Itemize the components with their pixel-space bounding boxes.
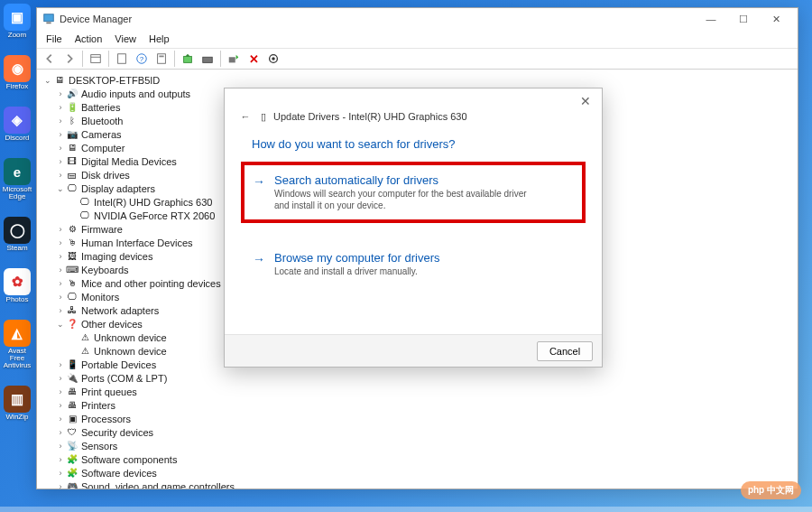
tree-label: DESKTOP-ETFB5ID <box>69 75 160 86</box>
category-icon: 🖵 <box>78 197 91 208</box>
expand-icon[interactable]: › <box>55 442 66 451</box>
taskbar-app[interactable]: ▣Zoom <box>0 4 34 39</box>
app-label: Microsoft Edge <box>0 186 34 200</box>
expand-icon[interactable]: › <box>55 360 66 369</box>
expand-icon[interactable]: › <box>55 130 66 139</box>
tree-label: Network adapters <box>81 305 159 316</box>
tree-root[interactable]: ⌄🖥DESKTOP-ETFB5ID <box>42 73 792 87</box>
tree-label: Digital Media Devices <box>81 156 177 167</box>
taskbar-app[interactable]: ▥WinZip <box>0 386 34 421</box>
expand-icon[interactable]: › <box>55 116 66 126</box>
scan-icon[interactable] <box>264 50 282 68</box>
expand-icon[interactable]: ⌄ <box>55 184 66 193</box>
tree-label: Monitors <box>81 292 119 303</box>
disable-icon[interactable] <box>225 50 243 68</box>
expand-icon[interactable]: › <box>55 89 66 98</box>
tree-label: Processors <box>81 414 131 424</box>
tree-item[interactable]: ›📡Sensors <box>42 439 792 452</box>
category-icon: ⚠ <box>78 332 91 343</box>
app-icon: ◯ <box>4 217 31 244</box>
dialog-close-button[interactable]: ✕ <box>575 92 596 110</box>
delete-icon[interactable]: ✕ <box>245 50 263 68</box>
svg-rect-9 <box>184 56 192 62</box>
menu-help[interactable]: Help <box>149 33 170 44</box>
expand-icon[interactable]: › <box>55 482 66 489</box>
taskbar-app[interactable]: ◉Firefox <box>0 55 34 90</box>
expand-icon[interactable]: › <box>55 374 66 383</box>
taskbar-app[interactable]: ◯Steam <box>0 217 34 252</box>
tree-label: Ports (COM & LPT) <box>81 373 167 384</box>
uninstall-icon[interactable] <box>198 50 217 68</box>
dialog-back-button[interactable]: ← <box>237 108 254 125</box>
expand-icon[interactable]: › <box>55 238 66 247</box>
expand-icon[interactable]: › <box>55 293 66 302</box>
minimize-button[interactable]: — <box>695 10 727 28</box>
expand-icon[interactable]: ⌄ <box>42 76 53 85</box>
watermark: php 中文网 <box>741 481 801 499</box>
expand-icon[interactable]: › <box>55 144 66 153</box>
expand-icon[interactable]: › <box>55 279 66 288</box>
taskbar-app[interactable]: ◈Discord <box>0 107 34 142</box>
help-icon[interactable]: ? <box>133 50 151 68</box>
close-button[interactable]: ✕ <box>760 10 792 28</box>
menu-view[interactable]: View <box>115 33 136 44</box>
expand-icon[interactable]: › <box>55 252 66 261</box>
tree-item[interactable]: ›🖶Print queues <box>42 385 792 398</box>
maximize-button[interactable]: ☐ <box>727 10 760 28</box>
menu-file[interactable]: File <box>46 33 62 44</box>
category-icon: 🎮 <box>66 481 78 489</box>
tree-label: Sensors <box>81 441 117 451</box>
taskbar-app[interactable]: ◭Avast Free Antivirus <box>0 320 34 369</box>
properties-icon[interactable] <box>113 50 131 68</box>
tree-label: Portable Devices <box>81 359 156 370</box>
arrow-right-icon: → <box>253 174 265 189</box>
tree-item[interactable]: ›🛡Security devices <box>42 425 792 439</box>
arrow-right-icon: → <box>253 252 265 266</box>
expand-icon[interactable]: › <box>55 387 66 396</box>
cancel-button[interactable]: Cancel <box>537 341 593 361</box>
app-icon: ▥ <box>4 386 31 413</box>
category-icon: 🖼 <box>66 251 78 262</box>
option-description: Windows will search your computer for th… <box>274 189 536 211</box>
browse-computer-option[interactable]: → Browse my computer for drivers Locate … <box>243 241 584 288</box>
forward-icon[interactable] <box>60 50 78 68</box>
app-label: WinZip <box>6 414 29 421</box>
tree-label: Human Interface Devices <box>81 237 193 248</box>
expand-icon[interactable]: › <box>55 265 66 275</box>
expand-icon[interactable]: › <box>55 401 66 410</box>
tree-item[interactable]: ›🧩Software components <box>42 452 792 466</box>
category-icon: 🖶 <box>66 400 78 411</box>
expand-icon[interactable]: › <box>55 428 66 437</box>
tree-item[interactable]: ›▣Processors <box>42 412 792 425</box>
taskbar-app[interactable]: ✿Photos <box>0 268 34 303</box>
expand-icon[interactable]: › <box>55 414 66 424</box>
update-driver-icon[interactable] <box>179 50 197 68</box>
titlebar[interactable]: Device Manager — ☐ ✕ <box>37 8 798 30</box>
expand-icon[interactable]: › <box>55 225 66 234</box>
expand-icon[interactable]: › <box>55 455 66 464</box>
action-icon[interactable] <box>152 50 171 68</box>
tree-label: Display adapters <box>81 183 155 194</box>
category-icon: 🖥 <box>66 143 78 154</box>
show-hidden-icon[interactable] <box>87 50 105 68</box>
app-label: Discord <box>5 135 29 142</box>
app-icon: ◭ <box>4 320 31 347</box>
expand-icon[interactable]: › <box>55 306 66 315</box>
back-icon[interactable] <box>41 50 59 68</box>
expand-icon[interactable]: ⌄ <box>55 320 66 329</box>
expand-icon[interactable]: › <box>55 157 66 166</box>
expand-icon[interactable]: › <box>55 171 66 180</box>
tree-item[interactable]: ›🔌Ports (COM & LPT) <box>42 371 792 385</box>
taskbar-app[interactable]: eMicrosoft Edge <box>0 158 34 200</box>
category-icon: 📷 <box>66 129 78 140</box>
app-label: Photos <box>6 296 29 303</box>
category-icon: 🖰 <box>66 237 78 248</box>
tree-label: Keyboards <box>81 265 129 275</box>
expand-icon[interactable]: › <box>55 469 66 478</box>
tree-item[interactable]: ›🖶Printers <box>42 398 792 412</box>
menu-action[interactable]: Action <box>75 33 103 44</box>
tree-item[interactable]: ›🧩Software devices <box>42 466 792 479</box>
expand-icon[interactable]: › <box>55 103 66 112</box>
search-automatically-option[interactable]: → Search automatically for drivers Windo… <box>243 163 584 221</box>
tree-item[interactable]: ›🎮Sound, video and game controllers <box>42 479 792 489</box>
